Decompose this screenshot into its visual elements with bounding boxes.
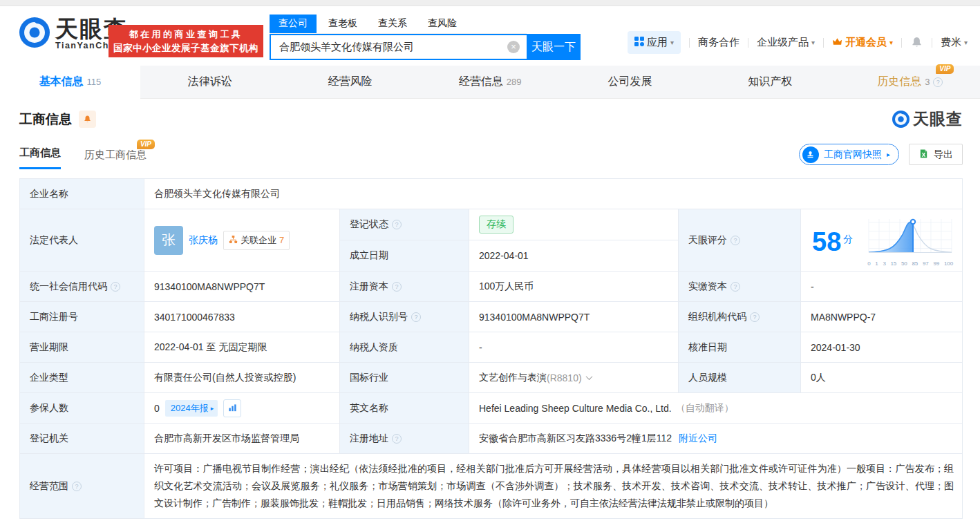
chevron-down-icon: ▾ — [811, 39, 815, 46]
question-icon[interactable]: ? — [411, 312, 421, 322]
company-name-label: 企业名称 — [20, 179, 144, 209]
company-nav-tabs: 基本信息 115 法律诉讼 经营风险 经营信息 289 公司发展 知识产权 历史… — [0, 66, 980, 99]
clear-search-icon[interactable]: × — [507, 41, 520, 53]
expand-chevron-icon[interactable] — [585, 373, 592, 380]
question-icon[interactable]: ? — [731, 282, 740, 292]
user-menu[interactable]: 费米 ▾ — [941, 36, 968, 49]
search-tab-boss[interactable]: 查老板 — [319, 15, 366, 33]
search-tab-company[interactable]: 查公司 — [270, 15, 317, 33]
company-name-value: 合肥领头羊文化传媒有限公司 — [144, 179, 963, 209]
org-code-value: MA8NWPPQ-7 — [801, 302, 963, 332]
vip-badge[interactable]: VIP — [137, 140, 155, 149]
approval-date-value: 2024-01-30 — [801, 332, 963, 363]
tab-operation-risk[interactable]: 经营风险 — [280, 66, 420, 98]
tab-legal[interactable]: 法律诉讼 — [140, 66, 281, 98]
question-icon[interactable]: ? — [392, 434, 402, 444]
tianyancha-logo-icon — [892, 111, 910, 128]
bar-chart-icon — [228, 403, 237, 412]
question-icon[interactable]: ? — [933, 77, 943, 87]
company-type-label: 企业类型 — [20, 363, 144, 393]
open-vip-menu[interactable]: 开通会员 ▾ — [832, 36, 893, 49]
tab-company-development[interactable]: 公司发展 — [560, 66, 700, 98]
related-label: 关联企业 — [241, 234, 276, 247]
divider — [748, 38, 748, 48]
term-value: 2022-04-01 至 无固定期限 — [144, 332, 340, 363]
export-label: 导出 — [934, 149, 953, 161]
related-companies-badge[interactable]: 关联企业 7 — [223, 231, 290, 250]
username-label: 费米 — [941, 36, 961, 49]
enterprise-menu[interactable]: 企业级产品 ▾ — [757, 36, 815, 49]
divider — [932, 38, 932, 48]
reg-number-value: 340171000467833 — [144, 302, 340, 332]
tab-business-info[interactable]: 经营信息 289 — [420, 66, 560, 98]
insured-trend-button[interactable] — [223, 399, 241, 417]
tab-intellectual-property[interactable]: 知识产权 — [700, 66, 840, 98]
insured-value: 0 2024年报 ▸ — [144, 393, 340, 424]
reg-status-value: 存续 — [469, 209, 679, 240]
auto-translate-note: （自动翻译） — [676, 402, 734, 415]
search-tab-risk[interactable]: 查风险 — [419, 15, 466, 33]
bell-icon — [83, 115, 92, 124]
icinfo-subtabs: 工商信息 历史工商信息 VIP — [19, 146, 147, 169]
top-menu: 应用 ▾ 商务合作 企业级产品 ▾ 开通会员 ▾ — [628, 31, 968, 54]
status-badge: 存续 — [479, 216, 513, 234]
industry-value: 文艺创作与表演 (R8810) — [469, 363, 679, 393]
official-snapshot-button[interactable]: 工商官网快照 ▸ — [799, 144, 899, 165]
score-number: 58 — [812, 229, 841, 255]
subtab-label: 历史工商信息 — [84, 149, 147, 160]
score-distribution-chart: 01 315 5085 9799 100 — [864, 213, 957, 267]
search-button[interactable]: 天眼一下 — [527, 34, 581, 60]
watermark-text: 天眼查 — [913, 108, 963, 130]
insured-label: 参保人数 — [20, 393, 144, 424]
tab-basic-info[interactable]: 基本信息 115 — [0, 66, 140, 99]
chevron-down-icon: ▾ — [964, 39, 968, 46]
legal-rep-name-link[interactable]: 张庆杨 — [189, 234, 218, 247]
establish-date-value: 2022-04-01 — [469, 240, 679, 272]
tab-label: 历史信息 — [877, 75, 921, 89]
question-icon[interactable]: ? — [392, 282, 402, 292]
tab-history-info[interactable]: 历史信息 3 ? VIP — [840, 66, 980, 98]
search-tab-relation[interactable]: 查关系 — [369, 15, 416, 33]
establish-date-label: 成立日期 — [340, 240, 469, 272]
excel-icon — [918, 149, 929, 161]
export-button[interactable]: 导出 — [909, 144, 963, 165]
cooperation-menu[interactable]: 商务合作 — [698, 36, 739, 49]
company-type-value: 有限责任公司(自然人投资或控股) — [144, 363, 340, 393]
scope-label: 经营范围 ? — [20, 454, 144, 519]
scope-value: 许可项目：广播电视节目制作经营；演出经纪（依法须经批准的项目，经相关部门批准后方… — [144, 454, 963, 519]
reg-capital-label: 注册资本 ? — [340, 272, 469, 302]
taxpayer-id-value: 91340100MA8NWPPQ7T — [469, 302, 679, 332]
question-icon[interactable]: ? — [111, 282, 120, 292]
tianyancha-watermark: 天眼查 — [892, 108, 963, 130]
annual-report-chip[interactable]: 2024年报 ▸ — [165, 400, 218, 417]
enterprise-label: 企业级产品 — [757, 36, 809, 49]
vip-badge[interactable]: VIP — [936, 64, 954, 74]
subtab-history-icinfo[interactable]: 历史工商信息 VIP — [84, 149, 147, 169]
apps-menu[interactable]: 应用 ▾ — [628, 31, 681, 54]
apps-label: 应用 — [647, 36, 668, 49]
question-icon[interactable]: ? — [731, 236, 740, 245]
authority-value: 合肥市高新开发区市场监督管理局 — [144, 424, 340, 454]
nearby-companies-link[interactable]: 附近公司 — [679, 433, 717, 445]
divider — [823, 38, 824, 48]
monitor-bell-button[interactable] — [79, 111, 96, 128]
taxpayer-quality-value: - — [469, 332, 679, 363]
subtab-current-icinfo[interactable]: 工商信息 — [19, 146, 61, 169]
paid-capital-label: 实缴资本 ? — [679, 272, 801, 302]
tab-count: 289 — [507, 77, 522, 87]
legal-rep-avatar[interactable]: 张 — [154, 226, 183, 255]
chevron-down-icon: ▾ — [889, 39, 893, 46]
staff-size-label: 人员规模 — [679, 363, 801, 393]
top-header: 天眼查 TianYanCha.com 都在用的商业查询工具 国家中小企业发展子基… — [0, 6, 980, 66]
question-icon[interactable]: ? — [750, 312, 760, 322]
snapshot-label: 工商官网快照 — [824, 149, 882, 161]
address-label: 注册地址 ? — [340, 424, 469, 454]
question-icon[interactable]: ? — [72, 482, 82, 491]
banner-line2: 国家中小企业发展子基金旗下机构 — [113, 41, 258, 55]
search-input[interactable] — [270, 34, 527, 60]
approval-date-label: 核准日期 — [679, 332, 801, 363]
crown-icon — [832, 37, 842, 49]
question-icon[interactable]: ? — [392, 220, 402, 229]
industry-code: (R8810) — [547, 372, 582, 383]
notification-bell[interactable] — [910, 36, 923, 49]
